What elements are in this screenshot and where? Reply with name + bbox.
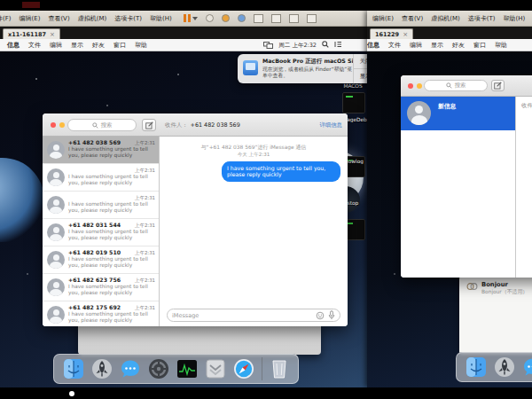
- menubar-item-file[interactable]: 文件: [28, 41, 41, 50]
- pause-dropdown-caret[interactable]: [192, 17, 198, 20]
- menubar-item-file[interactable]: 文件: [388, 41, 401, 50]
- archive-utility-icon[interactable]: [205, 358, 226, 379]
- chat-date-line: 今天 上午2:31: [160, 152, 348, 159]
- conversation-row[interactable]: 上午2:31 I have something urgent to tell y…: [43, 192, 159, 219]
- conversation-preview: I have something urgent to tell you, ple…: [68, 174, 153, 186]
- launchpad-icon[interactable]: [494, 356, 515, 378]
- to-value[interactable]: +61 482 038 569: [191, 121, 240, 129]
- bonjour-title: Bonjour: [481, 281, 528, 288]
- menubar-item-messages[interactable]: 信息: [7, 41, 20, 50]
- vmware-menu-vm[interactable]: 虚拟机(M): [78, 14, 107, 23]
- library-view-icon[interactable]: [307, 14, 317, 23]
- spotlight-icon[interactable]: [322, 41, 329, 50]
- vm-tab-161229[interactable]: 161229 ×: [370, 28, 413, 39]
- messages-icon[interactable]: [120, 358, 141, 379]
- search-input[interactable]: 搜索: [67, 119, 137, 131]
- menubar-item-edit[interactable]: 编辑: [410, 41, 422, 50]
- messages-titlebar[interactable]: 搜索 收件人： +61 482 038 569 详细信息: [43, 113, 348, 137]
- wallpaper-planet-earth: [0, 158, 44, 242]
- safari-icon[interactable]: [233, 358, 254, 379]
- conversation-row[interactable]: +61 482 019 510 上午2:31 I have something …: [43, 246, 159, 274]
- vmware-menu-edit[interactable]: 编辑(E): [372, 14, 394, 23]
- conversation-number: +61 482 019 510: [68, 249, 121, 255]
- vmware-menu-tabs[interactable]: 选项卡(T): [468, 14, 496, 23]
- trash-icon[interactable]: [270, 358, 289, 379]
- details-button[interactable]: 详细信息: [319, 121, 342, 129]
- microphone-icon[interactable]: [328, 310, 335, 320]
- console-view-icon[interactable]: [254, 14, 263, 23]
- menubar-item-messages[interactable]: 信息: [367, 41, 379, 50]
- compose-pencil-icon: [494, 82, 502, 90]
- search-input[interactable]: 搜索: [424, 80, 488, 91]
- avatar: [47, 223, 65, 241]
- menubar-item-view[interactable]: 显示: [71, 41, 83, 50]
- menubar-item-buddies[interactable]: 好友: [452, 41, 465, 50]
- menubar-item-help[interactable]: 帮助: [135, 41, 147, 50]
- fullscreen-view-icon[interactable]: [271, 14, 281, 23]
- notification-title: MacBook Pro 正运行 macOS Sierra: [262, 58, 353, 66]
- menubar-item-view[interactable]: 显示: [431, 41, 443, 50]
- desktop-left: MACOS iMessageDebug showlog stop 搜索: [0, 51, 372, 387]
- conversation-preview: I have something urgent to tell you, ple…: [68, 201, 153, 214]
- menubar-item-help[interactable]: 帮助: [495, 41, 507, 50]
- vmware-menu-view[interactable]: 查看(V): [48, 14, 69, 23]
- vm-pause-button[interactable]: [184, 14, 198, 22]
- snapshot-icon[interactable]: [222, 14, 230, 22]
- vmware-menu-tabs[interactable]: 选项卡(T): [114, 14, 142, 23]
- macos-notification: MacBook Pro 正运行 macOS Sierra 现在浏览，或者稍后从 …: [238, 54, 372, 83]
- displays-icon[interactable]: [263, 42, 273, 49]
- recipient-row: 收件人： +61 482 038 569 详细信息: [165, 113, 342, 137]
- emoji-icon[interactable]: [316, 311, 325, 320]
- snapshot-clock-icon[interactable]: [206, 14, 214, 22]
- vmware-menu-file[interactable]: 文件(F): [0, 14, 12, 23]
- minimize-window-icon[interactable]: [59, 122, 65, 128]
- messages-window-left: 搜索 收件人： +61 482 038 569 详细信息 +61 482 038: [43, 113, 348, 326]
- messages-titlebar[interactable]: 搜索: [401, 75, 532, 97]
- conversation-row[interactable]: +61 482 031 544 上午2:31 I have something …: [43, 219, 159, 246]
- menubar-item-edit[interactable]: 编辑: [50, 41, 62, 50]
- vmware-menu-view[interactable]: 查看(V): [402, 14, 423, 23]
- desktop-icon-macos-label[interactable]: MACOS: [330, 83, 372, 89]
- system-preferences-icon[interactable]: [148, 358, 169, 379]
- messages-window-right: 搜索 新信息 收件人：: [401, 75, 532, 278]
- conversation-row[interactable]: +61 482 038 569 上午2:31 I have something …: [43, 137, 159, 164]
- conversation-preview: I have something urgent to tell you, ple…: [68, 146, 153, 159]
- new-message-row[interactable]: 新信息: [401, 97, 515, 130]
- vmware-window-right: 编辑(E) 查看(V) 虚拟机(M) 选项卡(T) 帮助(H) 161229 ×…: [367, 11, 532, 387]
- launchpad-icon[interactable]: [91, 358, 113, 379]
- unity-view-icon[interactable]: [289, 14, 299, 23]
- minimize-window-icon[interactable]: [417, 83, 422, 89]
- menubar-clock[interactable]: 周二 上午2:32: [278, 42, 317, 50]
- notification-center-icon[interactable]: [334, 41, 342, 50]
- finder-icon[interactable]: [466, 356, 487, 378]
- vmware-menu-vm[interactable]: 虚拟机(M): [431, 14, 460, 23]
- close-window-icon[interactable]: [51, 122, 56, 128]
- messages-icon[interactable]: [522, 356, 532, 378]
- bonjour-window[interactable]: Bonjour Bonjour（不适用）: [459, 276, 532, 353]
- conversation-time: 上午2:31: [135, 223, 155, 229]
- menubar-item-buddies[interactable]: 好友: [92, 41, 105, 50]
- finder-icon[interactable]: [63, 358, 84, 379]
- avatar: [407, 101, 431, 125]
- vm-tab-close-icon[interactable]: ×: [50, 31, 55, 38]
- vmware-menu-help[interactable]: 帮助(H): [503, 14, 525, 23]
- network-icon[interactable]: [238, 14, 246, 22]
- close-window-icon[interactable]: [408, 83, 413, 89]
- conversation-row[interactable]: +61 482 623 756 上午2:31 I have something …: [43, 274, 159, 301]
- desktop-icon-imessagedebug[interactable]: [342, 92, 365, 113]
- vmware-menu-edit[interactable]: 编辑(E): [20, 14, 41, 23]
- conversation-row[interactable]: +61 482 175 692 上午2:31 I have something …: [43, 301, 159, 326]
- compose-button[interactable]: [491, 80, 505, 91]
- compose-button[interactable]: [142, 119, 156, 131]
- terminal-icon[interactable]: [176, 358, 198, 379]
- recording-mark: [22, 2, 40, 8]
- vm-tab-close-icon[interactable]: ×: [403, 31, 408, 38]
- vm-tab-x11-161187[interactable]: x11-161187 ×: [3, 28, 60, 39]
- message-input[interactable]: iMessage: [167, 309, 340, 322]
- search-placeholder: 搜索: [455, 82, 466, 90]
- conversation-row[interactable]: 上午2:31 I have something urgent to tell y…: [43, 164, 159, 192]
- menubar-item-window[interactable]: 窗口: [113, 41, 126, 50]
- menubar-item-window[interactable]: 窗口: [473, 41, 486, 50]
- vmware-menu-help[interactable]: 帮助(H): [150, 14, 172, 23]
- video-frame: 文件(F) 编辑(E) 查看(V) 虚拟机(M) 选项卡(T) 帮助(H) x1…: [0, 0, 532, 399]
